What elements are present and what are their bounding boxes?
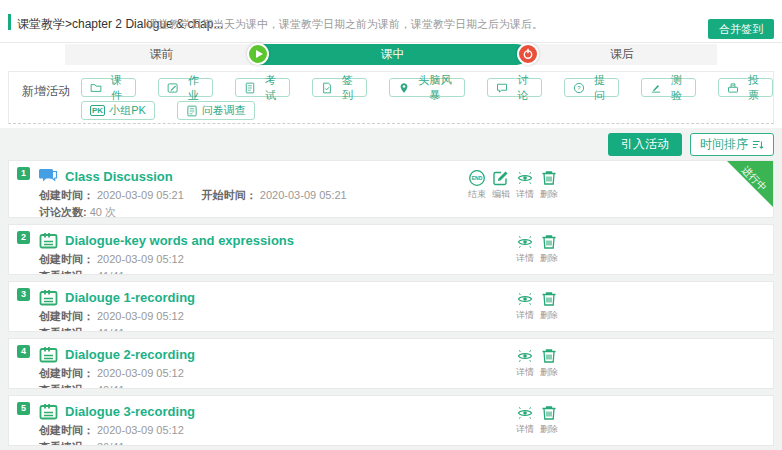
activity-card-dialogue3: 5 Dialogue 3-recording 创建时间：2020-03-09 0… — [8, 395, 774, 446]
edit-button[interactable]: 编辑 — [491, 169, 511, 201]
trash-icon — [540, 290, 558, 308]
signin-button[interactable]: 签到 — [312, 78, 367, 97]
homework-button[interactable]: 作业 — [158, 78, 213, 97]
activity-title[interactable]: Dialogue 2-recording — [65, 347, 195, 362]
action-label: 详情 — [516, 366, 534, 379]
import-activity-button[interactable]: 引入活动 — [608, 133, 682, 156]
tab-post-class[interactable]: 课后 — [527, 44, 717, 65]
created-time: 创建时间：2020-03-09 05:12 — [39, 366, 184, 381]
phase-stepper: 课前 课中 课后 — [65, 44, 717, 65]
button-label: 课件 — [106, 73, 127, 103]
activity-title[interactable]: Dialouge 1-recording — [65, 290, 195, 305]
activity-list: 1 Class Discussion 创建时间：2020-03-09 05:21… — [8, 160, 774, 446]
sort-icon — [752, 139, 764, 151]
button-label: 讨论 — [512, 73, 533, 103]
button-label: 考试 — [260, 73, 281, 103]
trash-icon — [540, 404, 558, 422]
detail-button[interactable]: 详情 — [515, 233, 535, 265]
button-label: 头脑风暴 — [414, 73, 456, 103]
card-main: Dialogue 2-recording 创建时间：2020-03-09 05:… — [39, 339, 773, 389]
button-label: 签到 — [337, 73, 358, 103]
view-status: 查看情况：40/41 — [39, 383, 125, 389]
action-label: 删除 — [540, 423, 558, 436]
detail-button[interactable]: 详情 — [515, 290, 535, 322]
action-label: 删除 — [540, 309, 558, 322]
new-activity-panel: 新增活动 课件 作业 考试 签到 头脑风暴 — [8, 71, 774, 124]
created-time: 创建时间：2020-03-09 05:12 — [39, 309, 184, 324]
action-label: 编辑 — [492, 188, 510, 201]
action-label: 删除 — [540, 366, 558, 379]
eye-icon — [516, 233, 534, 251]
eye-icon — [516, 347, 534, 365]
delete-button[interactable]: 删除 — [539, 404, 559, 436]
card-actions: 详情 删除 — [515, 233, 559, 265]
panel-title: 新增活动 — [22, 83, 70, 100]
power-glyph — [522, 48, 534, 60]
created-time: 创建时间：2020-03-09 05:12 — [39, 423, 184, 438]
index-badge: 3 — [17, 288, 30, 301]
discussion-button[interactable]: 讨论 — [487, 78, 542, 97]
detail-button[interactable]: 详情 — [515, 404, 535, 436]
activity-title[interactable]: Dialogue-key words and expressions — [65, 233, 294, 248]
activity-buttons-row2: PK 小组PK 问卷调查 — [81, 101, 773, 120]
ongoing-ribbon — [727, 161, 773, 207]
action-label: 详情 — [516, 188, 534, 201]
brainstorm-button[interactable]: 头脑风暴 — [389, 78, 465, 97]
svg-text:?: ? — [577, 85, 581, 91]
activity-buttons: 课件 作业 考试 签到 头脑风暴 讨论 ? — [81, 72, 773, 120]
trash-icon — [540, 169, 558, 187]
delete-button[interactable]: 删除 — [539, 290, 559, 322]
action-label: 结束 — [468, 188, 486, 201]
activity-title[interactable]: Class Discussion — [65, 169, 173, 184]
tab-pre-class[interactable]: 课前 — [65, 44, 258, 65]
activity-card-dialogue1: 3 Dialouge 1-recording 创建时间：2020-03-09 0… — [8, 281, 774, 332]
merge-signin-button[interactable]: 合并签到 — [708, 19, 774, 39]
signin-icon — [321, 82, 333, 94]
delete-button[interactable]: 删除 — [539, 233, 559, 265]
chat-icon — [496, 82, 508, 94]
svg-text:END: END — [472, 175, 483, 181]
button-label: 投票 — [743, 73, 764, 103]
eye-icon — [516, 404, 534, 422]
activity-title[interactable]: Dialogue 3-recording — [65, 404, 195, 419]
card-main: Dialogue 3-recording 创建时间：2020-03-09 05:… — [39, 396, 773, 446]
quiz-button[interactable]: 测验 — [641, 78, 696, 97]
pk-icon: PK — [90, 105, 105, 116]
play-icon[interactable] — [247, 43, 269, 65]
detail-button[interactable]: 详情 — [515, 169, 535, 201]
end-icon: END — [468, 169, 486, 187]
end-button[interactable]: END 结束 — [467, 169, 487, 201]
map-pin-icon — [398, 82, 410, 94]
sort-label: 时间排序 — [700, 136, 748, 153]
activity-card-dialogue-keywords: 2 Dialogue-key words and expressions 创建时… — [8, 224, 774, 275]
question-button[interactable]: ? 提问 — [564, 78, 619, 97]
action-label: 删除 — [540, 252, 558, 265]
phase-rule-note: 课堂教学日期当天为课中，课堂教学日期之前为课前，课堂教学日期之后为课后。 — [147, 17, 543, 32]
vote-button[interactable]: 投票 — [718, 78, 773, 97]
survey-button[interactable]: 问卷调查 — [177, 101, 255, 120]
assignment-icon — [167, 82, 179, 94]
delete-button[interactable]: 删除 — [539, 347, 559, 379]
action-label: 详情 — [516, 309, 534, 322]
time-sort-button[interactable]: 时间排序 — [690, 133, 774, 156]
delete-button[interactable]: 删除 — [539, 169, 559, 201]
header-bar: 课堂教学>chapter 2 Dialogue & chap... 课堂教学日期… — [0, 0, 782, 43]
created-time: 创建时间：2020-03-09 05:12 — [39, 252, 184, 267]
group-pk-button[interactable]: PK 小组PK — [81, 101, 155, 120]
exam-button[interactable]: 考试 — [235, 78, 290, 97]
card-main: Class Discussion 创建时间：2020-03-09 05:21 开… — [39, 161, 773, 218]
eye-icon — [516, 290, 534, 308]
survey-icon — [186, 105, 198, 117]
question-icon: ? — [573, 82, 585, 94]
tab-in-class[interactable]: 课中 — [258, 44, 527, 65]
index-badge: 4 — [17, 345, 30, 358]
courseware-button[interactable]: 课件 — [81, 78, 136, 97]
card-main: Dialouge 1-recording 创建时间：2020-03-09 05:… — [39, 282, 773, 332]
button-label: 小组PK — [109, 103, 146, 118]
power-icon[interactable] — [517, 43, 539, 65]
card-actions: 详情 删除 — [515, 404, 559, 436]
folder-icon — [90, 82, 102, 94]
action-label: 详情 — [516, 423, 534, 436]
detail-button[interactable]: 详情 — [515, 347, 535, 379]
trash-icon — [540, 233, 558, 251]
